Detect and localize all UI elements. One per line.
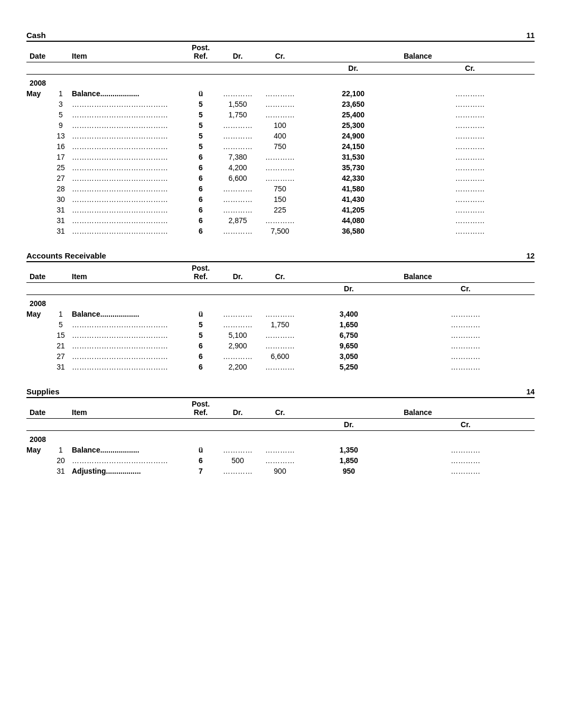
balance-cr-cell: ………… <box>397 455 535 466</box>
date-month <box>26 152 53 162</box>
balance-cr-cell: ………… <box>405 205 535 215</box>
year-cell: 2008 <box>26 295 535 309</box>
post-ref: 6 <box>185 162 217 173</box>
dr-cell: 4,200 <box>217 162 259 173</box>
cr-cell: 6,600 <box>259 351 301 362</box>
date-month <box>26 141 53 152</box>
dr-cell: 1,550 <box>217 99 259 109</box>
date-month <box>26 131 53 141</box>
section-title-row: Supplies14 <box>26 387 535 398</box>
col-cr: Cr. <box>259 262 301 283</box>
balance-dr-cell: 23,650 <box>301 99 405 109</box>
cr-cell: ………… <box>259 99 301 109</box>
balance-dr-cell: 41,430 <box>301 194 405 205</box>
date-month <box>26 466 53 476</box>
col-cr: Cr. <box>259 42 301 62</box>
post-ref: ü <box>185 309 217 319</box>
date-month: May <box>26 445 53 455</box>
balance-cr-cell: ………… <box>405 162 535 173</box>
post-ref: ü <box>185 88 217 99</box>
date-day: 25 <box>53 162 69 173</box>
balance-cr-cell: ………… <box>405 215 535 226</box>
balance-dr-cell: 1,350 <box>301 445 397 455</box>
col-post: Post.Ref. <box>185 262 217 283</box>
date-day: 27 <box>53 351 69 362</box>
date-day: 21 <box>53 340 69 351</box>
date-month <box>26 194 53 205</box>
table-row: 13…………………………………5…………40024,900………… <box>26 131 535 141</box>
table-row: May1Balance...................ü……………………2… <box>26 88 535 99</box>
cr-cell: 900 <box>259 466 301 476</box>
table-row: 28…………………………………6…………75041,580………… <box>26 183 535 194</box>
item-cell: Adjusting................. <box>69 466 185 476</box>
date-day: 27 <box>53 173 69 183</box>
balance-dr-cell: 41,205 <box>301 205 405 215</box>
balance-cr-cell: ………… <box>405 99 535 109</box>
col-dr: Dr. <box>217 42 259 62</box>
date-day: 3 <box>53 99 69 109</box>
date-day: 28 <box>53 183 69 194</box>
cr-cell: 750 <box>259 183 301 194</box>
item-cell: ………………………………… <box>69 194 185 205</box>
cr-cell: ………… <box>259 330 301 340</box>
col-date: Date <box>26 262 69 283</box>
cr-cell: 1,750 <box>259 319 301 330</box>
col-balance-dr: Dr. <box>301 283 397 295</box>
table-row: 17…………………………………67,380…………31,530………… <box>26 152 535 162</box>
section-cash: Cash11DateItemPost.Ref.Dr.Cr.BalanceDr.C… <box>26 31 535 236</box>
date-month <box>26 99 53 109</box>
col-dr: Dr. <box>217 398 259 419</box>
table-row: 31…………………………………62,875…………44,080………… <box>26 215 535 226</box>
date-month: May <box>26 88 53 99</box>
post-ref: 6 <box>185 226 217 236</box>
post-ref: 5 <box>185 141 217 152</box>
dr-cell: ………… <box>217 351 259 362</box>
col-cr: Cr. <box>259 398 301 419</box>
item-cell: ………………………………… <box>69 319 185 330</box>
section-number: 14 <box>526 388 535 396</box>
item-cell: Balance................... <box>69 309 185 319</box>
table-row: 3…………………………………51,550…………23,650………… <box>26 99 535 109</box>
cr-cell: 7,500 <box>259 226 301 236</box>
col-balance: Balance <box>301 262 535 283</box>
col-item: Item <box>69 262 185 283</box>
dr-cell: 6,600 <box>217 173 259 183</box>
balance-dr-cell: 35,730 <box>301 162 405 173</box>
cr-cell: ………… <box>259 309 301 319</box>
date-day: 5 <box>53 319 69 330</box>
dr-cell: ………… <box>217 445 259 455</box>
year-cell: 2008 <box>26 75 535 89</box>
balance-cr-cell: ………… <box>397 351 535 362</box>
col-item: Item <box>69 398 185 419</box>
dr-cell: ………… <box>217 466 259 476</box>
date-day: 31 <box>53 466 69 476</box>
balance-cr-cell: ………… <box>397 340 535 351</box>
col-date: Date <box>26 398 69 419</box>
date-day: 30 <box>53 194 69 205</box>
col-balance: Balance <box>301 398 535 419</box>
cr-cell: 400 <box>259 131 301 141</box>
col-balance-dr: Dr. <box>301 419 397 431</box>
cr-cell: ………… <box>259 445 301 455</box>
post-ref: 6 <box>185 455 217 466</box>
item-cell: ………………………………… <box>69 183 185 194</box>
cr-cell: ………… <box>259 455 301 466</box>
balance-dr-cell: 25,400 <box>301 109 405 120</box>
dr-cell: ………… <box>217 120 259 131</box>
balance-dr-cell: 42,330 <box>301 173 405 183</box>
section-title: Cash <box>26 31 46 40</box>
dr-cell: 5,100 <box>217 330 259 340</box>
section-supplies: Supplies14DateItemPost.Ref.Dr.Cr.Balance… <box>26 387 535 476</box>
col-date: Date <box>26 42 69 62</box>
date-month: May <box>26 309 53 319</box>
post-ref: 6 <box>185 215 217 226</box>
item-cell: ………………………………… <box>69 340 185 351</box>
post-ref: 6 <box>185 205 217 215</box>
cr-cell: ………… <box>259 109 301 120</box>
section-title-row: Accounts Receivable12 <box>26 251 535 262</box>
balance-cr-cell: ………… <box>405 120 535 131</box>
balance-dr-cell: 31,530 <box>301 152 405 162</box>
post-ref: 6 <box>185 194 217 205</box>
table-row: 5…………………………………51,750…………25,400………… <box>26 109 535 120</box>
balance-cr-cell: ………… <box>397 362 535 372</box>
